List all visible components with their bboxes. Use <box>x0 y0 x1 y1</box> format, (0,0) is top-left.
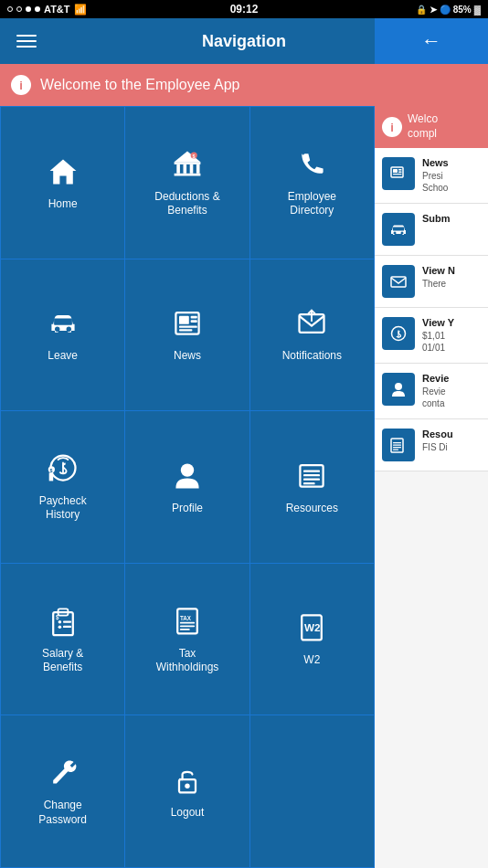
deductions-benefits-label: Deductions &Benefits <box>154 190 219 218</box>
nav-item-logout[interactable]: Logout <box>125 715 249 868</box>
profile-icon <box>171 459 204 496</box>
logout-label: Logout <box>171 806 205 820</box>
svg-point-22 <box>181 463 194 476</box>
right-review-desc: Revieconta <box>422 386 481 409</box>
nav-item-home[interactable]: Home <box>1 107 125 259</box>
resources-label: Resources <box>286 502 338 516</box>
nav-item-change-password[interactable]: ChangePassword <box>1 715 125 868</box>
right-item-review[interactable]: Revie Revieconta <box>375 364 488 419</box>
phone-icon <box>295 147 328 185</box>
hamburger-button[interactable] <box>11 29 42 53</box>
w2-label: W2 <box>303 653 320 668</box>
right-envelope-icon <box>382 265 415 298</box>
nav-item-news[interactable]: News <box>125 259 249 412</box>
right-item-view-paycheck[interactable]: View Y $1,0101/01 <box>375 308 488 364</box>
info-icon: i <box>11 75 31 95</box>
svg-rect-52 <box>393 228 404 231</box>
nav-item-tax-withholdings[interactable]: TAX TaxWithholdings <box>125 564 249 716</box>
svg-rect-59 <box>393 445 401 446</box>
nav-item-employee-directory[interactable]: EmployeeDirectory <box>250 107 375 259</box>
nav-item-w2[interactable]: W2 W2 <box>250 564 375 716</box>
back-button[interactable]: ← <box>375 18 488 64</box>
svg-rect-47 <box>398 169 402 171</box>
svg-text:TAX: TAX <box>180 615 192 621</box>
svg-rect-24 <box>303 470 320 471</box>
status-bar: AT&T 📶 09:12 🔒 ➤ 🔵 85% ▓ <box>0 0 488 18</box>
signal-dot-2 <box>16 6 22 12</box>
main-container: Home $ Deductions &Benefits <box>0 106 488 868</box>
status-time: 09:12 <box>230 3 259 16</box>
svg-point-43 <box>185 783 189 788</box>
right-item-news[interactable]: News PresiSchoo <box>375 148 488 204</box>
svg-rect-3 <box>183 164 186 174</box>
right-view-n-desc: There <box>422 278 481 290</box>
profile-label: Profile <box>172 502 203 516</box>
nav-item-notifications[interactable]: Notifications <box>250 259 375 412</box>
right-panel: i Welcocompl News PresiSchoo <box>375 106 488 868</box>
nav-item-resources[interactable]: Resources <box>250 411 375 564</box>
right-news-icon <box>382 157 415 190</box>
svg-rect-4 <box>190 164 194 174</box>
svg-point-51 <box>401 232 404 235</box>
app-header: Navigation ← <box>0 18 488 64</box>
right-item-resources[interactable]: Resou FIS Di <box>375 419 488 471</box>
header-title: Navigation <box>202 32 286 51</box>
lock-open-icon <box>171 763 204 800</box>
svg-rect-11 <box>54 319 72 325</box>
right-item-view-notification[interactable]: View N There <box>375 256 488 308</box>
envelope-icon <box>295 306 328 344</box>
right-review-title: Revie <box>422 373 481 384</box>
welcome-message: Welcome to the Employee App <box>40 77 240 93</box>
svg-rect-13 <box>179 316 189 324</box>
home-label: Home <box>48 197 78 212</box>
right-resources-desc: FIS Di <box>422 441 481 453</box>
svg-point-31 <box>58 625 61 629</box>
home-icon <box>47 154 80 192</box>
svg-rect-33 <box>63 625 71 627</box>
svg-point-10 <box>66 327 70 332</box>
nav-item-leave[interactable]: Leave <box>1 259 125 412</box>
svg-rect-25 <box>303 474 320 476</box>
svg-rect-17 <box>179 329 192 331</box>
svg-rect-49 <box>393 174 402 175</box>
signal-dot-1 <box>7 6 13 12</box>
signal-dot-3 <box>26 6 31 12</box>
nav-grid: Home $ Deductions &Benefits <box>0 106 375 868</box>
svg-rect-26 <box>303 478 320 480</box>
hamburger-line-1 <box>16 35 37 37</box>
right-view-y-title: View Y <box>422 317 481 328</box>
nav-item-deductions-benefits[interactable]: $ Deductions &Benefits <box>125 107 249 259</box>
right-submit-title: Subm <box>422 213 481 224</box>
nav-item-profile[interactable]: Profile <box>125 411 249 564</box>
svg-rect-27 <box>303 482 315 484</box>
wrench-icon <box>47 756 80 793</box>
nav-item-paycheck-history[interactable]: $ PaycheckHistory <box>1 411 125 564</box>
money-icon: $ <box>47 451 80 489</box>
clipboard-icon: $ <box>47 604 80 641</box>
hamburger-line-3 <box>16 46 37 48</box>
wifi-icon: 📶 <box>74 4 87 16</box>
svg-text:$: $ <box>192 153 195 158</box>
nav-item-salary-benefits[interactable]: $ Salary &Benefits <box>1 564 125 716</box>
notifications-label: Notifications <box>282 349 342 364</box>
right-items-list: News PresiSchoo Subm <box>375 148 488 868</box>
news-icon <box>171 306 204 344</box>
right-item-view-n-text: View N There <box>422 265 481 290</box>
w2-icon: W2 <box>295 610 328 648</box>
svg-point-30 <box>58 620 61 624</box>
battery-label: 85% <box>453 5 472 15</box>
right-resources-icon <box>382 429 415 461</box>
bluetooth-icon: 🔵 <box>440 5 451 15</box>
resources-icon <box>295 459 328 496</box>
svg-text:$: $ <box>49 467 52 472</box>
carrier-signal: AT&T 📶 <box>7 4 87 16</box>
svg-rect-2 <box>176 164 180 174</box>
svg-rect-16 <box>179 326 197 328</box>
right-item-submit[interactable]: Subm <box>375 204 488 256</box>
svg-rect-15 <box>191 320 197 323</box>
right-welcome-text: Welcocompl <box>408 112 438 141</box>
right-submit-icon <box>382 213 415 246</box>
svg-rect-46 <box>393 169 398 173</box>
lock-icon: 🔒 <box>416 5 427 15</box>
location-icon: ➤ <box>430 5 437 15</box>
